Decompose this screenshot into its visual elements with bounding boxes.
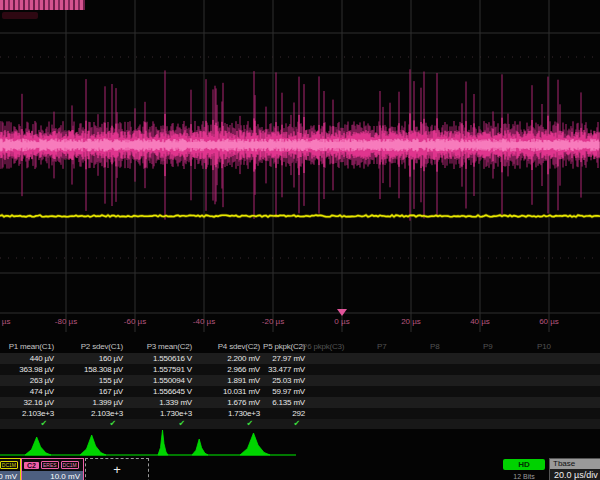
time-axis-tick: 20 µs xyxy=(401,317,421,326)
time-axis-tick: -80 µs xyxy=(55,317,77,326)
oscilloscope-screen: -100 µs -80 µs -60 µs -40 µs -20 µs 0 µs… xyxy=(0,0,600,480)
table-row-min: 263 µV155 µV1.550094 V1.891 mV25.03 mV xyxy=(0,375,600,386)
c2-label: C2 xyxy=(24,462,39,469)
timebase-value: 20.0 µs/div xyxy=(550,469,600,480)
trace-annotation-shadow xyxy=(2,12,38,19)
c2-coupling-badge: DC1M xyxy=(61,461,79,469)
time-axis-tick: -40 µs xyxy=(193,317,215,326)
c2-eres-badge: ERES xyxy=(41,461,59,469)
param-header-p7[interactable]: P7 xyxy=(377,341,386,353)
time-axis-tick: 60 µs xyxy=(539,317,559,326)
param-header-p2[interactable]: P2 sdev(C1) xyxy=(57,341,126,353)
measurement-histicons xyxy=(0,428,600,458)
time-axis-tick: -100 µs xyxy=(0,317,10,326)
c1-coupling-badge: DC1M xyxy=(0,461,18,469)
param-header-p6[interactable]: P6 pkpk(C3) xyxy=(302,341,344,353)
channel-c2-descriptor[interactable]: C2 ERES DC1M 10.0 mV xyxy=(21,458,84,480)
timebase-title: Tbase xyxy=(550,459,600,469)
measurement-header-row: P1 mean(C1) P2 sdev(C1) P3 mean(C2) P4 s… xyxy=(0,341,600,353)
timebase-descriptor[interactable]: Tbase 20.0 µs/div xyxy=(549,458,600,480)
table-row-value: 440 µV160 µV1.550616 V2.200 mV27.97 mV xyxy=(0,353,600,364)
trace-annotation-label xyxy=(0,0,85,10)
time-axis-tick: -60 µs xyxy=(124,317,146,326)
param-header-p4[interactable]: P4 sdev(C2) xyxy=(195,341,263,353)
table-row-mean: 363.98 µV158.308 µV1.557591 V2.966 mV33.… xyxy=(0,364,600,375)
param-header-p3[interactable]: P3 mean(C2) xyxy=(126,341,195,353)
c2-scale: 10.0 mV xyxy=(22,471,83,480)
add-trace-icon: + xyxy=(113,462,121,477)
graticule xyxy=(0,0,600,332)
measurement-table: P1 mean(C1) P2 sdev(C1) P3 mean(C2) P4 s… xyxy=(0,341,600,429)
table-row-sdev: 32.16 µV1.399 µV1.339 mV1.676 mV6.135 mV xyxy=(0,397,600,408)
c1-scale: 10.0 mV xyxy=(0,471,20,480)
channel-c1-descriptor[interactable]: C1 DC1M 10.0 mV xyxy=(0,458,21,480)
time-axis-tick: 40 µs xyxy=(470,317,490,326)
add-trace-button[interactable]: + xyxy=(85,458,149,480)
table-row-max: 474 µV167 µV1.556645 V10.031 mV59.97 mV xyxy=(0,386,600,397)
descriptor-bar: C1 DC1M 10.0 mV C2 ERES DC1M 10.0 mV + H… xyxy=(0,458,600,480)
waveform-display[interactable]: -100 µs -80 µs -60 µs -40 µs -20 µs 0 µs… xyxy=(0,0,600,332)
param-header-p1[interactable]: P1 mean(C1) xyxy=(0,341,57,353)
hd-mode-badge[interactable]: HD xyxy=(503,459,545,470)
param-header-p9[interactable]: P9 xyxy=(483,341,492,353)
table-row-num: 2.103e+32.103e+31.730e+31.730e+3292 xyxy=(0,408,600,419)
param-header-p8[interactable]: P8 xyxy=(430,341,439,353)
param-header-p10[interactable]: P10 xyxy=(537,341,551,353)
trigger-position-icon[interactable] xyxy=(337,309,347,316)
time-axis-tick: 0 µs xyxy=(334,317,349,326)
resolution-label: 12 Bits xyxy=(503,473,545,480)
time-axis-tick: -20 µs xyxy=(262,317,284,326)
